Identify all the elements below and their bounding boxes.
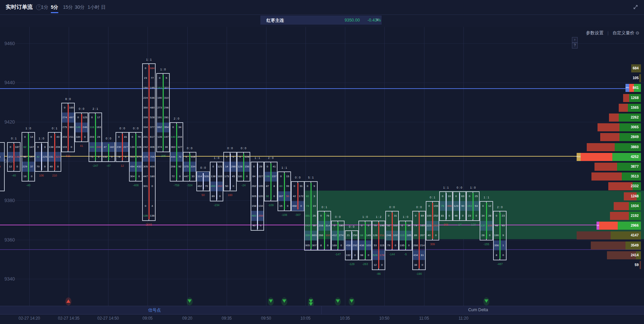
ask-cell: 33	[190, 172, 196, 181]
signal-down-arrow[interactable]	[269, 299, 273, 303]
time-gridline	[305, 27, 306, 306]
bid-cell: 305	[251, 192, 257, 201]
bid-cell: 0	[453, 192, 459, 201]
bid-cell: 0	[116, 132, 122, 142]
signal-down-arrow[interactable]	[309, 302, 313, 306]
ask-cell: 3	[312, 192, 317, 201]
signal-down-arrow[interactable]	[350, 299, 354, 303]
target-icon[interactable]: ⊙	[636, 30, 639, 35]
ask-cell: 5	[164, 73, 169, 83]
ask-cell: 34	[177, 123, 183, 132]
bid-cell: 494	[130, 162, 135, 171]
bid-cell: 23	[467, 211, 472, 221]
bid-cell: 190	[157, 93, 162, 103]
delta-line	[473, 193, 474, 219]
ask-cell: 69	[420, 211, 425, 221]
ask-cell: 70	[136, 132, 142, 142]
profile-segment	[587, 143, 615, 151]
signal-points-label[interactable]: 信号点	[148, 307, 161, 313]
footprint-cell: 155	[0, 152, 3, 162]
tab-5min[interactable]: 5分	[51, 4, 58, 13]
price-gridline	[9, 83, 644, 83]
tab-day[interactable]: 日	[101, 4, 106, 10]
param-settings-link[interactable]: 参数设置	[586, 30, 604, 35]
signal-down-arrow[interactable]	[282, 299, 286, 303]
delta-line	[378, 222, 379, 268]
band-divider	[321, 306, 322, 314]
delta-line	[149, 65, 150, 219]
tab-1hour[interactable]: 1小时	[88, 4, 100, 10]
tab-1min[interactable]: 1分	[41, 4, 49, 10]
bid-cell: 15	[278, 201, 284, 211]
ask-cell: 37	[29, 162, 34, 171]
bid-cell: 242	[143, 142, 148, 152]
price-gridline	[9, 122, 644, 122]
ask-cell: 110	[325, 231, 330, 240]
ask-cell: 225	[42, 152, 47, 162]
orderflow-chart-canvas[interactable]: 参数设置 | 自定义量价 ⊙ › ? 946094409420940093809…	[0, 27, 644, 306]
page-title: 实时订单流	[6, 4, 33, 11]
bid-cell: 23	[143, 73, 148, 83]
bid-cell: 0	[170, 123, 176, 132]
time-label: 09:05	[142, 316, 153, 321]
ask-cell: 0	[379, 260, 385, 270]
candle-delta-label: -234	[206, 203, 227, 207]
bid-cell: 82	[305, 192, 310, 201]
bid-cell: 139	[130, 142, 135, 152]
signal-down-arrow[interactable]	[188, 299, 192, 303]
time-label: 10:50	[379, 316, 389, 321]
ask-cell: 30	[312, 221, 317, 230]
bid-cell: 175	[224, 172, 229, 181]
bid-cell: 21	[346, 231, 351, 240]
ask-cell: 202	[217, 182, 223, 191]
profile-value-label: 2262	[612, 115, 639, 119]
footprint-cell: 0	[0, 182, 3, 191]
delta-line	[230, 154, 231, 190]
bid-cell: 0	[359, 221, 364, 230]
bid-cell: 0	[62, 103, 67, 112]
signal-down-arrow[interactable]	[336, 299, 340, 303]
bid-cell: 64	[251, 172, 257, 181]
collapse-icon[interactable]	[633, 4, 639, 10]
ask-cell: 0	[325, 241, 330, 250]
delta-line	[284, 173, 285, 209]
bid-cell: 0	[237, 152, 243, 162]
cum-delta-label[interactable]: Cum Delta	[468, 307, 488, 312]
custom-volume-link[interactable]: 自定义量价	[612, 30, 634, 35]
ask-cell: 406	[150, 142, 155, 152]
panel-help-button[interactable]: ?	[572, 43, 578, 48]
ask-cell: 0	[123, 152, 128, 162]
bid-cell: 350	[143, 103, 148, 112]
bid-cell: 0	[399, 221, 405, 230]
bid-cell: 19	[22, 172, 28, 181]
ask-cell: 10	[447, 192, 452, 201]
tab-30min[interactable]: 30分	[75, 4, 85, 10]
ask-cell: 90	[460, 201, 465, 211]
signal-up-arrow[interactable]	[66, 299, 70, 303]
time-label: 10:35	[340, 316, 350, 321]
profile-value-label: 105	[612, 76, 639, 80]
bid-cell: 0	[386, 211, 391, 221]
bid-cell: 262	[251, 182, 257, 191]
tab-15min[interactable]: 15分	[63, 4, 73, 10]
poc-line	[0, 156, 577, 157]
signal-down-arrow[interactable]	[484, 299, 488, 303]
ask-cell: 30	[164, 142, 169, 152]
candle-delta-label: -487	[490, 262, 510, 266]
bid-cell: 135	[143, 211, 148, 221]
bid-cell: 483	[251, 211, 257, 221]
delta-line	[459, 193, 460, 219]
panel-next-button[interactable]: ›	[572, 37, 578, 43]
bid-cell: 72	[170, 172, 176, 181]
bid-cell: 412	[332, 231, 337, 240]
instrument-selector[interactable]: 红枣主连 9350.00 -0.43% ∨	[260, 15, 382, 25]
candle-delta-label: -40	[4, 174, 24, 177]
bid-cell: 0	[494, 211, 499, 221]
ask-cell: 258	[258, 211, 263, 221]
bid-cell: 89	[211, 192, 216, 201]
ask-cell: 185	[406, 231, 412, 240]
ask-cell: 136	[150, 211, 155, 221]
bid-cell: 34	[480, 211, 486, 221]
bid-cell: 374	[157, 142, 162, 152]
profile-value-label: 3549	[612, 243, 639, 247]
